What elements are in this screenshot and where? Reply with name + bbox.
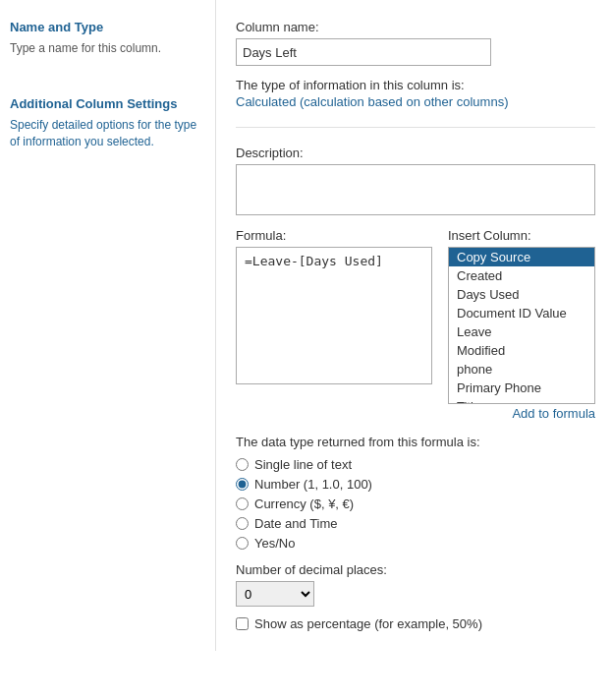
description-label: Description: (236, 146, 595, 160)
radio-text-label: Single line of text (254, 457, 352, 472)
formula-row: Formula: =Leave-[Days Used] Insert Colum… (236, 228, 595, 421)
description-input[interactable] (236, 164, 595, 215)
additional-settings-section: Additional Column Settings Specify detai… (10, 96, 200, 150)
right-panel: Column name: The type of information in … (216, 0, 612, 651)
radio-yesno-label: Yes/No (254, 536, 295, 551)
add-to-formula-link[interactable]: Add to formula (512, 406, 595, 421)
insert-column-label: Insert Column: (448, 228, 595, 243)
column-name-label: Column name: (236, 20, 595, 34)
additional-settings-title: Additional Column Settings (10, 96, 200, 111)
list-item[interactable]: Leave (449, 322, 594, 341)
radio-currency-label: Currency ($, ¥, €) (254, 496, 354, 511)
list-item[interactable]: Primary Phone (449, 379, 594, 397)
decimal-select[interactable]: 0 1 2 3 4 5 (236, 581, 314, 607)
left-panel: Name and Type Type a name for this colum… (0, 0, 216, 651)
radio-yesno-row: Yes/No (236, 536, 595, 551)
list-item[interactable]: Document ID Value (449, 304, 594, 322)
radio-yesno[interactable] (236, 537, 249, 550)
decimal-section: Number of decimal places: 0 1 2 3 4 5 (236, 562, 595, 607)
list-item[interactable]: Modified (449, 341, 594, 360)
percentage-row: Show as percentage (for example, 50%) (236, 616, 595, 631)
insert-col: Insert Column: Copy Source Created Days … (448, 228, 595, 421)
main-container: Name and Type Type a name for this colum… (0, 0, 612, 651)
name-type-desc: Type a name for this column. (10, 40, 200, 57)
radio-text-row: Single line of text (236, 457, 595, 472)
data-type-section: The data type returned from this formula… (236, 435, 595, 551)
radio-currency-row: Currency ($, ¥, €) (236, 496, 595, 511)
formula-label: Formula: (236, 228, 432, 243)
radio-text[interactable] (236, 458, 249, 471)
name-type-title: Name and Type (10, 20, 200, 34)
radio-currency[interactable] (236, 497, 249, 510)
radio-number[interactable] (236, 478, 249, 491)
type-value: Calculated (calculation based on other c… (236, 94, 595, 109)
column-name-input[interactable] (236, 38, 491, 66)
radio-datetime-row: Date and Time (236, 516, 595, 531)
formula-col: Formula: =Leave-[Days Used] (236, 228, 432, 421)
radio-number-label: Number (1, 1.0, 100) (254, 477, 372, 492)
list-item[interactable]: Copy Source (449, 248, 594, 266)
radio-datetime[interactable] (236, 517, 249, 530)
data-type-label: The data type returned from this formula… (236, 435, 595, 449)
radio-datetime-label: Date and Time (254, 516, 338, 531)
list-item[interactable]: Days Used (449, 285, 594, 304)
percentage-label: Show as percentage (for example, 50%) (254, 616, 482, 631)
type-line: The type of information in this column i… (236, 78, 595, 92)
formula-input[interactable]: =Leave-[Days Used] (236, 247, 432, 384)
decimal-label: Number of decimal places: (236, 562, 595, 577)
list-item[interactable]: phone (449, 360, 594, 379)
add-to-formula-container: Add to formula (448, 406, 595, 421)
radio-number-row: Number (1, 1.0, 100) (236, 477, 595, 492)
divider1 (236, 127, 595, 128)
list-item[interactable]: Title (449, 397, 594, 404)
percentage-checkbox[interactable] (236, 617, 249, 630)
insert-column-list[interactable]: Copy Source Created Days Used Document I… (448, 247, 595, 404)
list-item[interactable]: Created (449, 266, 594, 285)
additional-settings-desc: Specify detailed options for the type of… (10, 117, 200, 150)
